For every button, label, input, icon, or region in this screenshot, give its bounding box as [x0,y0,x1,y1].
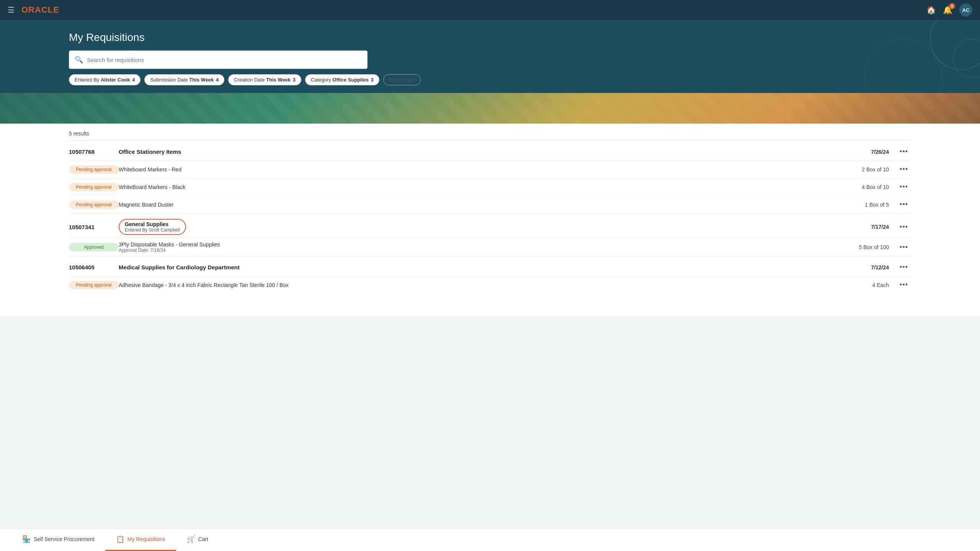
line-item-row: Pending approval Adhesive Bandage - 3/4 … [69,276,911,293]
cart-icon: 🛒 [187,535,195,543]
filter-chip-creation-date[interactable]: Creation Date This Week 3 [228,74,301,85]
req-id-2: 10507341 [69,224,119,230]
line-item-qty: 4 Box of 10 [862,184,889,190]
line-item-desc-sub: Approval Date: 7/18/24 [119,248,859,253]
more-filters-button[interactable]: More Filters [383,74,421,85]
line-item-row: Pending approval Magnetic Board Duster 1… [69,196,911,213]
line-item-row: Pending approval WhiteBoard Markers - Bl… [69,178,911,196]
main-content: My Requisitions 🔍 Entered By Alister Coo… [0,20,980,528]
line-item-qty: 4 Each [872,282,889,288]
line-item-more-options[interactable]: ••• [897,199,911,210]
bottom-nav-my-requisitions[interactable]: 📋 My Requisitions [105,528,176,551]
line-item-qty: 2 Box of 10 [862,166,889,173]
req-title-2-sub: Entered By Scott Campbell [125,227,180,233]
line-item-more-options[interactable]: ••• [897,279,911,290]
line-item-more-options[interactable]: ••• [897,242,911,253]
results-count: 5 results [69,124,911,140]
my-requisitions-icon: 📋 [116,535,124,543]
req-id-3: 10506405 [69,264,119,271]
line-item-more-options[interactable]: ••• [897,164,911,175]
self-service-label: Self Service Procurement [34,536,95,542]
top-navigation: ☰ ORACLE 🏠 🔔 9 AC [0,0,980,20]
bottom-nav-self-service[interactable]: 🏪 Self Service Procurement [11,528,105,551]
filter-chips-container: Entered By Alister Cook 4 Submission Dat… [69,74,911,85]
search-input[interactable] [87,57,362,63]
line-item-qty: 1 Box of 5 [865,202,889,208]
filter-chip-category[interactable]: Category Office Supplies 3 [305,74,379,85]
line-item-desc: Magnetic Board Duster [119,202,865,208]
requisition-row-2: 10507341 General Supplies Entered By Sco… [69,213,911,238]
page-title: My Requisitions [69,31,911,44]
status-badge-pending: Pending approval [69,281,119,289]
req-more-options-1[interactable]: ••• [897,146,911,157]
status-badge-approved: Approved [69,243,119,251]
page-header: My Requisitions 🔍 Entered By Alister Coo… [0,20,980,93]
req-title-3[interactable]: Medical Supplies for Cardiology Departme… [119,264,871,271]
my-requisitions-label: My Requisitions [127,536,165,542]
nav-right: 🏠 🔔 9 AC [926,3,972,16]
line-item-desc: Adhesive Bandage - 3/4 x 4 inch Fabric R… [119,282,872,288]
req-title-highlighted[interactable]: General Supplies Entered By Scott Campbe… [119,219,186,235]
req-title-1[interactable]: Office Stationery Items [119,148,871,155]
bottom-navigation: 🏪 Self Service Procurement 📋 My Requisit… [0,528,980,551]
req-title-highlighted-wrap[interactable]: General Supplies Entered By Scott Campbe… [119,219,871,235]
bottom-nav-cart[interactable]: 🛒 Cart [176,528,219,551]
notification-icon[interactable]: 🔔 9 [943,5,952,15]
user-avatar[interactable]: AC [959,3,972,16]
line-item-desc: 3Ply Disposable Masks - General Supplies… [119,241,859,253]
line-item-row: Approved 3Ply Disposable Masks - General… [69,238,911,256]
line-item-qty: 5 Box of 100 [859,244,889,250]
status-badge-pending: Pending approval [69,201,119,209]
banner-decoration [0,93,980,124]
requisition-row-1: 10507768 Office Stationery Items 7/26/24… [69,140,911,160]
req-title-2-main: General Supplies [125,221,180,227]
cart-label: Cart [198,536,208,542]
hamburger-menu-icon[interactable]: ☰ [8,5,15,15]
results-container: 5 results 10507768 Office Stationery Ite… [0,124,980,316]
req-more-options-3[interactable]: ••• [897,262,911,273]
line-item-row: Pending approval Whiteboard Markers - Re… [69,160,911,178]
req-more-options-2[interactable]: ••• [897,222,911,233]
status-badge-pending: Pending approval [69,183,119,191]
filter-chip-entered-by[interactable]: Entered By Alister Cook 4 [69,74,140,85]
line-item-desc: WhiteBoard Markers - Black [119,184,862,190]
search-bar[interactable]: 🔍 [69,51,368,69]
req-id-1: 10507768 [69,148,119,155]
search-icon: 🔍 [75,55,83,64]
req-date-2: 7/17/24 [871,224,889,230]
notification-badge: 9 [949,3,955,9]
filter-chip-submission-date[interactable]: Submission Date This Week 4 [144,74,224,85]
home-icon[interactable]: 🏠 [926,5,936,15]
requisition-row-3: 10506405 Medical Supplies for Cardiology… [69,256,911,276]
nav-left: ☰ ORACLE [8,5,59,15]
req-date-3: 7/12/24 [871,264,889,271]
status-badge-pending: Pending approval [69,165,119,174]
oracle-logo: ORACLE [21,5,59,15]
line-item-desc: Whiteboard Markers - Red [119,166,862,173]
line-item-more-options[interactable]: ••• [897,181,911,192]
self-service-icon: 🏪 [22,535,31,543]
req-date-1: 7/26/24 [871,149,889,155]
